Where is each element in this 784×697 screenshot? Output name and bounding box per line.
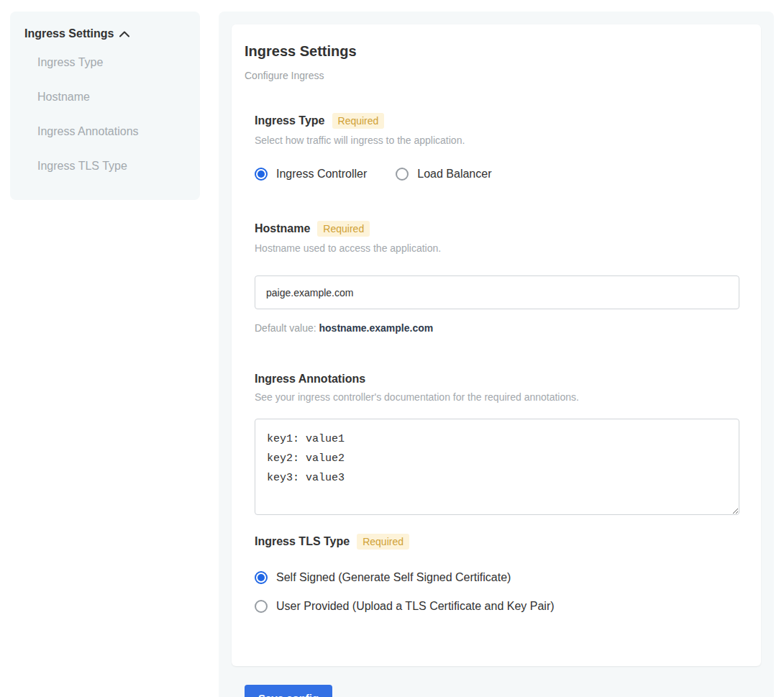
radio-option-self-signed[interactable]: Self Signed (Generate Self Signed Certif…: [255, 571, 739, 584]
save-config-button[interactable]: Save config: [245, 685, 332, 697]
radio-button-icon[interactable]: [255, 571, 268, 584]
sidebar-item-ingress-tls-type[interactable]: Ingress TLS Type: [24, 152, 186, 180]
radio-label: Self Signed (Generate Self Signed Certif…: [276, 571, 511, 584]
sidebar-group-ingress-settings[interactable]: Ingress Settings: [24, 27, 186, 40]
sidebar-item-ingress-type[interactable]: Ingress Type: [24, 49, 186, 76]
radio-option-load-balancer[interactable]: Load Balancer: [396, 168, 491, 181]
radio-button-icon[interactable]: [396, 168, 409, 181]
config-card: Ingress Settings Configure Ingress Ingre…: [232, 24, 761, 666]
config-nav-sidebar: Ingress Settings Ingress Type Hostname I…: [10, 12, 200, 200]
hostname-help: Hostname used to access the application.: [255, 242, 739, 254]
radio-option-ingress-controller[interactable]: Ingress Controller: [255, 168, 367, 181]
default-value: hostname.example.com: [319, 322, 434, 334]
required-badge: Required: [357, 534, 409, 550]
ingress-type-help: Select how traffic will ingress to the a…: [255, 135, 739, 146]
radio-button-icon[interactable]: [255, 600, 268, 613]
default-value-prefix: Default value:: [255, 322, 316, 334]
annotations-header: Ingress Annotations: [255, 373, 739, 386]
hostname-input[interactable]: [255, 275, 739, 309]
chevron-up-icon: [119, 31, 129, 37]
annotations-title: Ingress Annotations: [255, 373, 365, 386]
sidebar-item-hostname[interactable]: Hostname: [24, 83, 186, 111]
hostname-default-line: Default value: hostname.example.com: [255, 322, 739, 334]
config-item-ingress-type: Ingress Type Required Select how traffic…: [255, 113, 739, 181]
radio-option-user-provided[interactable]: User Provided (Upload a TLS Certificate …: [255, 600, 739, 613]
config-area: Ingress Settings Configure Ingress Ingre…: [219, 12, 774, 697]
required-badge: Required: [332, 113, 385, 129]
tls-header: Ingress TLS Type Required: [255, 534, 739, 550]
card-title: Ingress Settings: [245, 43, 739, 60]
annotations-textarea[interactable]: key1: value1 key2: value2 key3: value3: [255, 419, 739, 515]
config-item-hostname: Hostname Required Hostname used to acces…: [255, 221, 739, 334]
card-subtitle: Configure Ingress: [245, 70, 739, 81]
radio-label: Ingress Controller: [276, 168, 367, 181]
tls-radio-group: Self Signed (Generate Self Signed Certif…: [255, 571, 739, 613]
config-item-ingress-annotations: Ingress Annotations See your ingress con…: [255, 373, 739, 515]
annotations-help: See your ingress controller's documentat…: [255, 391, 739, 403]
ingress-type-title: Ingress Type: [255, 114, 325, 127]
hostname-title: Hostname: [255, 222, 310, 235]
radio-button-icon[interactable]: [255, 168, 268, 181]
ingress-type-header: Ingress Type Required: [255, 113, 739, 129]
config-item-ingress-tls-type: Ingress TLS Type Required Self Signed (G…: [255, 534, 739, 613]
sidebar-item-list: Ingress Type Hostname Ingress Annotation…: [24, 49, 186, 180]
page: Ingress Settings Ingress Type Hostname I…: [0, 0, 784, 697]
radio-label: Load Balancer: [417, 168, 491, 181]
sidebar-item-ingress-annotations[interactable]: Ingress Annotations: [24, 118, 186, 145]
sidebar-group-label: Ingress Settings: [24, 27, 114, 40]
ingress-type-radio-group: Ingress Controller Load Balancer: [255, 168, 739, 181]
radio-label: User Provided (Upload a TLS Certificate …: [276, 600, 555, 613]
required-badge: Required: [317, 221, 370, 237]
hostname-header: Hostname Required: [255, 221, 739, 237]
tls-title: Ingress TLS Type: [255, 535, 350, 548]
